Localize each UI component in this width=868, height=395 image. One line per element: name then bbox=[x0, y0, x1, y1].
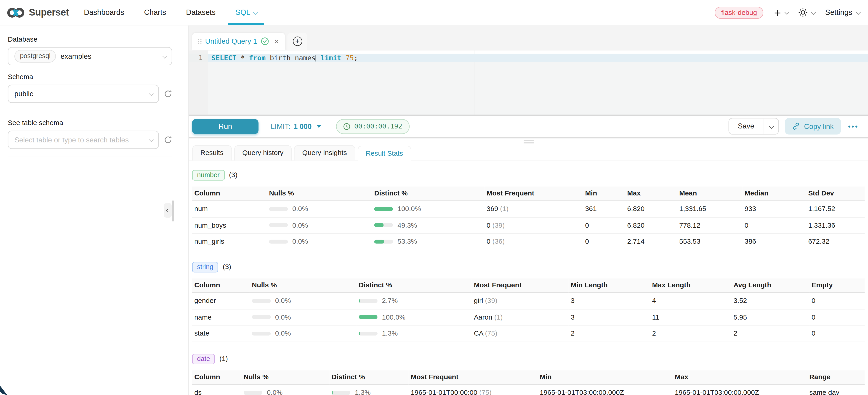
sidebar-divider bbox=[8, 157, 172, 157]
table-row: name 0.0% 100.0% Aaron (1) 311 5.950 bbox=[192, 309, 865, 325]
save-button[interactable]: Save bbox=[729, 119, 763, 134]
sql-code-editor[interactable]: 1 SELECT * from birth_names limit 75; bbox=[189, 50, 868, 116]
query-tab[interactable]: Untitled Query 1 × bbox=[192, 33, 285, 50]
nav-item-datasets[interactable]: Datasets bbox=[186, 0, 216, 25]
stats-table-string: ColumnNulls % Distinct %Most Frequent Mi… bbox=[192, 278, 865, 342]
chevron-down-icon bbox=[149, 91, 153, 96]
schema-label: Schema bbox=[8, 73, 172, 81]
tab-result-stats[interactable]: Result Stats bbox=[358, 145, 411, 161]
distinct-bar bbox=[359, 299, 377, 303]
editor-toolbar: Run LIMIT: 1 000 00:00:00.192 bbox=[189, 116, 868, 138]
database-engine-tag: postgresql bbox=[14, 50, 56, 63]
nulls-bar bbox=[244, 391, 262, 395]
type-badge-string[interactable]: string bbox=[192, 262, 218, 272]
chevron-down-icon bbox=[253, 10, 258, 14]
tab-query-insights[interactable]: Query Insights bbox=[294, 145, 355, 160]
copy-link-button[interactable]: Copy link bbox=[785, 118, 841, 135]
section-header-number: number (3) bbox=[192, 170, 865, 180]
table-row: num_boys 0.0% 49.3% 0 (39) 06,820 778.12… bbox=[192, 217, 865, 233]
nav-item-dashboards[interactable]: Dashboards bbox=[84, 0, 124, 25]
run-button[interactable]: Run bbox=[192, 119, 259, 134]
query-tab-title: Untitled Query 1 bbox=[205, 37, 257, 45]
caret-down-icon bbox=[316, 125, 321, 128]
distinct-bar bbox=[332, 391, 350, 395]
close-tab-icon[interactable]: × bbox=[274, 38, 279, 44]
save-split-button: Save bbox=[728, 118, 779, 135]
table-header-row: ColumnNulls % Distinct %Most Frequent Mi… bbox=[192, 186, 865, 201]
limit-dropdown[interactable]: LIMIT: 1 000 bbox=[271, 122, 321, 130]
body: Database postgresql examples Schema publ… bbox=[0, 25, 868, 395]
timer-value: 00:00:00.192 bbox=[354, 123, 402, 130]
navbar-right: flask-debug + bbox=[715, 6, 859, 19]
nulls-bar bbox=[252, 315, 271, 319]
chevron-down-icon bbox=[784, 10, 789, 14]
environment-badge: flask-debug bbox=[715, 6, 764, 19]
query-timer: 00:00:00.192 bbox=[336, 119, 409, 134]
toolbar-right: Save Copy link ••• bbox=[728, 118, 860, 135]
tab-query-history[interactable]: Query history bbox=[234, 145, 292, 160]
collapse-sidebar-button[interactable] bbox=[164, 203, 172, 218]
nav-item-sql[interactable]: SQL bbox=[236, 0, 257, 25]
column-count: (1) bbox=[219, 355, 228, 363]
section-header-string: string (3) bbox=[192, 262, 865, 272]
sql-code-line: SELECT * from birth_names limit 75; bbox=[211, 54, 358, 62]
superset-logo-icon bbox=[7, 6, 24, 19]
table-header-row: ColumnNulls % Distinct %Most Frequent Mi… bbox=[192, 370, 865, 385]
results-tab-bar: Results Query history Query Insights Res… bbox=[189, 145, 868, 161]
column-count: (3) bbox=[229, 171, 238, 179]
query-success-check-icon bbox=[261, 37, 269, 45]
nulls-bar bbox=[252, 331, 271, 335]
chevron-down-icon bbox=[769, 124, 774, 128]
database-select[interactable]: postgresql examples bbox=[8, 47, 172, 65]
table-row: state 0.0% 1.3% CA (75) 22 20 bbox=[192, 325, 865, 341]
chevron-left-icon bbox=[166, 209, 169, 212]
brand[interactable]: Superset bbox=[7, 6, 69, 19]
main-nav: Dashboards Charts Datasets SQL bbox=[84, 0, 257, 25]
nulls-bar bbox=[269, 240, 288, 243]
refresh-schemas-icon[interactable] bbox=[164, 90, 172, 98]
distinct-bar bbox=[374, 240, 393, 243]
table-row: num 0.0% 100.0% 369 (1) 3616,820 1,331.6… bbox=[192, 201, 865, 217]
clock-icon bbox=[343, 123, 350, 130]
chevron-down-icon bbox=[162, 54, 166, 58]
stats-table-number: ColumnNulls % Distinct %Most Frequent Mi… bbox=[192, 186, 865, 250]
section-header-date: date (1) bbox=[192, 354, 865, 364]
distinct-bar bbox=[374, 223, 393, 227]
brand-name: Superset bbox=[29, 7, 69, 18]
settings-menu[interactable]: Settings bbox=[825, 8, 859, 17]
table-select[interactable]: Select table or type to search tables bbox=[8, 131, 159, 149]
result-stats-panel: number (3) ColumnNulls % Distinct %Most … bbox=[189, 161, 868, 395]
more-actions-button[interactable]: ••• bbox=[847, 122, 860, 130]
sun-icon bbox=[798, 8, 808, 17]
type-badge-date[interactable]: date bbox=[192, 354, 215, 364]
stats-table-date: ColumnNulls % Distinct %Most Frequent Mi… bbox=[192, 370, 865, 395]
navbar: Superset Dashboards Charts Datasets SQL … bbox=[0, 0, 868, 25]
tab-results[interactable]: Results bbox=[192, 145, 232, 160]
plus-icon: + bbox=[774, 7, 781, 18]
sql-editor-main: Untitled Query 1 × + bbox=[189, 25, 868, 395]
new-item-menu[interactable]: + bbox=[774, 7, 788, 18]
link-icon bbox=[792, 123, 800, 130]
theme-menu[interactable] bbox=[798, 8, 814, 17]
schema-select[interactable]: public bbox=[8, 85, 159, 103]
distinct-bar bbox=[374, 207, 393, 211]
results-pane: Results Query history Query Insights Res… bbox=[189, 138, 868, 395]
nulls-bar bbox=[269, 223, 288, 227]
add-query-tab-button[interactable]: + bbox=[287, 33, 307, 50]
line-number: 1 bbox=[189, 54, 208, 62]
table-header-row: ColumnNulls % Distinct %Most Frequent Mi… bbox=[192, 278, 865, 293]
table-schema-label: See table schema bbox=[8, 119, 172, 127]
table-row: ds 0.0% 1.3% 1965-01-01T00:00:00 (75) 19… bbox=[192, 385, 865, 395]
type-badge-number[interactable]: number bbox=[192, 170, 225, 180]
distinct-bar bbox=[359, 331, 377, 335]
pane-resize-handle[interactable] bbox=[523, 140, 533, 144]
sidebar-scrollbar[interactable] bbox=[172, 201, 174, 221]
save-options-button[interactable] bbox=[763, 119, 779, 134]
drag-handle-icon[interactable] bbox=[198, 39, 201, 44]
chevron-down-icon bbox=[149, 137, 153, 142]
nav-item-charts[interactable]: Charts bbox=[144, 0, 166, 25]
refresh-tables-icon[interactable] bbox=[164, 135, 172, 144]
query-tab-bar: Untitled Query 1 × + bbox=[189, 25, 868, 50]
table-row: num_girls 0.0% 53.3% 0 (36) 02,714 553.5… bbox=[192, 233, 865, 250]
database-label: Database bbox=[8, 35, 172, 43]
